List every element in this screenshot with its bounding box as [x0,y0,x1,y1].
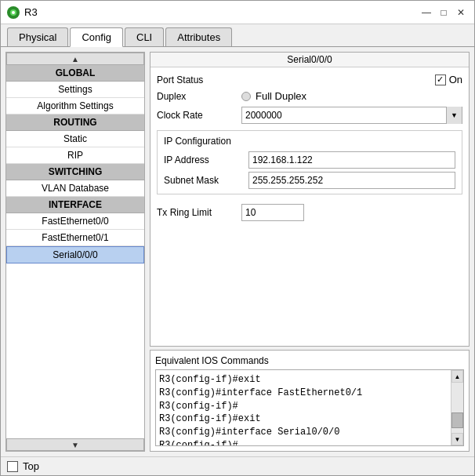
ios-textarea-wrapper: R3(config-if)#exit R3(config)#interface … [155,369,464,446]
top-label: Top [23,460,39,472]
window-controls: — □ ✕ [419,5,468,20]
duplex-radio[interactable] [241,92,251,101]
tabs-bar: Physical Config CLI Attributes [1,24,474,47]
sidebar-header-routing: ROUTING [6,114,144,131]
sidebar-scroll-up[interactable]: ▲ [6,53,144,65]
port-status-row: Port Status ✓ On [157,74,462,85]
tx-ring-input[interactable] [241,204,304,221]
close-button[interactable]: ✕ [454,5,468,20]
ios-scrollbar: ▲ ▼ [451,370,463,445]
duplex-row: Duplex Full Duplex [157,90,462,102]
scroll-up-btn[interactable]: ▲ [451,370,463,383]
clock-rate-dropdown[interactable]: 2000000 ▼ [241,107,462,124]
scroll-thumb[interactable] [451,412,463,428]
main-window: R3 — □ ✕ Physical Config CLI Attributes … [0,0,475,476]
ios-section: Equivalent IOS Commands R3(config-if)#ex… [150,350,470,452]
sidebar-item-algorithm-settings[interactable]: Algorithm Settings [6,98,144,114]
subnet-mask-row: Subnet Mask [164,172,455,189]
ios-title: Equivalent IOS Commands [155,355,464,366]
minimize-button[interactable]: — [419,5,433,20]
duplex-radio-area: Full Duplex [241,90,306,102]
subnet-mask-label: Subnet Mask [164,175,242,186]
right-panel: Serial0/0/0 Port Status ✓ On Duplex [150,52,470,452]
tab-physical[interactable]: Physical [7,27,68,46]
sidebar-item-rip[interactable]: RIP [6,147,144,164]
sidebar-header-global: GLOBAL [6,65,144,82]
scroll-down-btn[interactable]: ▼ [451,433,463,445]
ip-address-input[interactable] [248,151,455,169]
duplex-value: Full Duplex [256,90,306,102]
sidebar-item-serial000[interactable]: Serial0/0/0 [6,246,144,263]
tx-ring-label: Tx Ring Limit [157,207,235,218]
duplex-label: Duplex [157,91,235,102]
tab-config[interactable]: Config [70,27,123,47]
port-status-checkbox[interactable]: ✓ [435,74,446,85]
ip-config-section: IP Configuration IP Address Subnet Mask [157,130,462,194]
tab-cli[interactable]: CLI [125,27,164,46]
port-status-label: Port Status [157,74,235,85]
ios-commands[interactable]: R3(config-if)#exit R3(config)#interface … [156,370,451,445]
sidebar-item-fastethernet01[interactable]: FastEthernet0/1 [6,230,144,246]
clock-rate-value: 2000000 [242,110,446,121]
interface-panel: Serial0/0/0 Port Status ✓ On Duplex [150,52,470,347]
ip-address-row: IP Address [164,151,455,169]
subnet-mask-input[interactable] [248,172,455,189]
ip-address-label: IP Address [164,154,242,165]
sidebar-item-static[interactable]: Static [6,131,144,147]
port-status-on-label: On [449,74,462,85]
sidebar-list: GLOBAL Settings Algorithm Settings ROUTI… [6,65,144,438]
sidebar-item-vlan-database[interactable]: VLAN Database [6,180,144,197]
app-icon [7,6,20,19]
interface-title: Serial0/0/0 [150,53,469,67]
clock-rate-row: Clock Rate 2000000 ▼ [157,107,462,124]
tx-ring-row: Tx Ring Limit [157,204,462,221]
sidebar-scroll-down[interactable]: ▼ [6,438,144,451]
sidebar-item-settings[interactable]: Settings [6,82,144,98]
footer: Top [1,456,474,475]
maximize-button[interactable]: □ [437,5,451,20]
title-bar: R3 — □ ✕ [1,1,474,24]
sidebar-header-switching: SWITCHING [6,164,144,180]
port-status-checkbox-area: ✓ On [435,74,462,85]
tab-attributes[interactable]: Attributes [165,27,232,46]
main-content: ▲ GLOBAL Settings Algorithm Settings ROU… [1,47,474,456]
svg-point-2 [12,11,15,14]
scroll-track[interactable] [451,383,463,433]
clock-rate-arrow[interactable]: ▼ [446,107,462,124]
ip-config-title: IP Configuration [164,136,455,147]
sidebar-item-fastethernet00[interactable]: FastEthernet0/0 [6,213,144,230]
interface-body: Port Status ✓ On Duplex Full Duplex [150,67,469,346]
window-title: R3 [24,6,415,18]
sidebar: ▲ GLOBAL Settings Algorithm Settings ROU… [5,52,145,452]
sidebar-header-interface: INTERFACE [6,197,144,213]
top-checkbox[interactable] [7,461,18,472]
clock-rate-label: Clock Rate [157,110,235,121]
